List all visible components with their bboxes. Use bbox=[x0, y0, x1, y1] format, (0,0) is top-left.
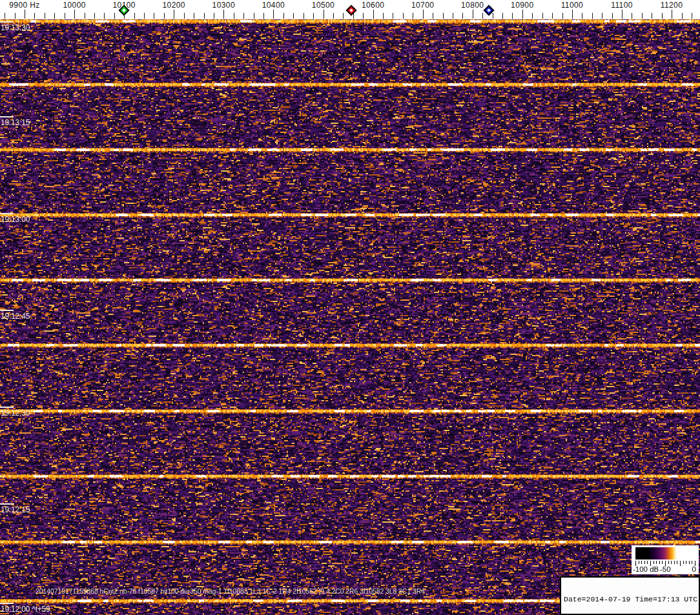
freq-minor-tick bbox=[333, 13, 334, 19]
freq-minor-tick bbox=[612, 13, 613, 19]
freq-minor-tick bbox=[243, 13, 244, 19]
db-label-min: -100 dB bbox=[633, 565, 659, 573]
freq-minor-tick bbox=[552, 13, 553, 19]
db-tick bbox=[654, 561, 654, 564]
db-tick bbox=[689, 561, 690, 564]
db-tick bbox=[668, 561, 669, 564]
frequency-ruler: 9900 Hz100001010010200103001040010500106… bbox=[0, 0, 700, 19]
freq-major-tick bbox=[473, 10, 473, 19]
freq-minor-tick bbox=[194, 13, 194, 19]
freq-minor-tick bbox=[114, 13, 115, 19]
freq-major-tick bbox=[174, 10, 174, 19]
freq-minor-tick bbox=[512, 13, 513, 19]
freq-minor-tick bbox=[482, 13, 483, 19]
freq-minor-tick bbox=[642, 13, 643, 19]
freq-label: 10300 bbox=[212, 1, 235, 10]
freq-minor-tick bbox=[682, 13, 683, 19]
freq-minor-tick bbox=[164, 13, 165, 19]
freq-label: 10700 bbox=[411, 1, 434, 10]
db-scale-labels: -100 dB -50 0 bbox=[632, 565, 699, 574]
freq-minor-tick bbox=[34, 13, 35, 19]
freq-minor-tick bbox=[542, 13, 543, 19]
freq-minor-tick bbox=[214, 13, 214, 19]
freq-minor-tick bbox=[443, 13, 444, 19]
freq-label: 10600 bbox=[362, 1, 384, 10]
freq-major-tick bbox=[622, 10, 623, 19]
freq-minor-tick bbox=[413, 13, 413, 19]
db-tick bbox=[662, 561, 663, 564]
db-tick bbox=[644, 561, 645, 564]
freq-label: 10900 bbox=[511, 1, 533, 10]
freq-minor-tick bbox=[94, 13, 95, 19]
freq-minor-tick bbox=[393, 13, 393, 19]
freq-minor-tick bbox=[453, 13, 453, 19]
freq-major-tick bbox=[572, 10, 573, 19]
freq-minor-tick bbox=[662, 13, 663, 19]
db-tick bbox=[641, 561, 642, 564]
freq-minor-tick bbox=[304, 13, 304, 19]
freq-minor-tick bbox=[154, 13, 154, 19]
db-label-mid: -50 bbox=[660, 565, 671, 573]
freq-minor-tick bbox=[493, 13, 493, 19]
freq-minor-tick bbox=[15, 13, 15, 19]
spectrogram-app-window: 9900 Hz100001010010200103001040010500106… bbox=[0, 0, 700, 615]
freq-label: 11000 bbox=[561, 1, 583, 10]
db-tick bbox=[656, 561, 657, 564]
db-tick bbox=[639, 561, 639, 564]
freq-label: 11100 bbox=[611, 1, 633, 10]
observation-info-box: Date=2014-07-19 Time=17:13 UTC Freq=143 … bbox=[560, 576, 700, 615]
waterfall-spectrogram[interactable] bbox=[0, 19, 700, 615]
db-tick bbox=[692, 561, 692, 564]
freq-major-tick bbox=[522, 10, 523, 19]
freq-minor-tick bbox=[5, 13, 5, 19]
freq-minor-tick bbox=[363, 13, 364, 19]
db-tick bbox=[674, 561, 675, 564]
db-tick bbox=[686, 561, 686, 564]
freq-minor-tick bbox=[532, 13, 533, 19]
freq-minor-tick bbox=[45, 13, 45, 19]
freq-minor-tick bbox=[283, 13, 284, 19]
db-gradient-bar bbox=[635, 547, 695, 560]
freq-minor-tick bbox=[502, 13, 503, 19]
freq-label: 10500 bbox=[312, 1, 335, 10]
freq-minor-tick bbox=[582, 13, 582, 19]
freq-minor-tick bbox=[85, 13, 85, 19]
db-color-scale: -100 dB -50 0 bbox=[632, 545, 699, 574]
freq-major-tick bbox=[324, 10, 324, 19]
freq-minor-tick bbox=[692, 13, 692, 19]
db-tick bbox=[659, 561, 660, 564]
freq-minor-tick bbox=[134, 13, 135, 19]
freq-minor-tick bbox=[462, 13, 463, 19]
freq-major-tick bbox=[223, 10, 224, 19]
freq-minor-tick bbox=[184, 13, 185, 19]
freq-minor-tick bbox=[293, 13, 294, 19]
freq-minor-tick bbox=[632, 13, 632, 19]
freq-minor-tick bbox=[403, 13, 404, 19]
freq-major-tick bbox=[373, 10, 374, 19]
freq-minor-tick bbox=[54, 13, 55, 19]
freq-label: 11200 bbox=[661, 1, 683, 10]
red-diamond-marker[interactable] bbox=[345, 5, 356, 16]
freq-major-tick bbox=[423, 10, 424, 19]
freq-minor-tick bbox=[592, 13, 593, 19]
freq-minor-tick bbox=[234, 13, 234, 19]
freq-minor-tick bbox=[65, 13, 65, 19]
db-label-max: 0 bbox=[692, 565, 696, 573]
freq-minor-tick bbox=[144, 13, 145, 19]
freq-minor-tick bbox=[343, 13, 344, 19]
freq-label: 10400 bbox=[262, 1, 285, 10]
freq-minor-tick bbox=[204, 13, 205, 19]
db-tick bbox=[683, 561, 684, 564]
freq-minor-tick bbox=[383, 13, 384, 19]
db-tick bbox=[671, 561, 672, 564]
freq-minor-tick bbox=[602, 13, 602, 19]
freq-minor-tick bbox=[254, 13, 254, 19]
freq-minor-tick bbox=[263, 13, 264, 19]
freq-minor-tick bbox=[104, 13, 105, 19]
freq-major-tick bbox=[273, 10, 274, 19]
freq-minor-tick bbox=[433, 13, 433, 19]
freq-major-tick bbox=[25, 10, 25, 19]
freq-label: 10000 bbox=[63, 1, 85, 10]
freq-label: 10200 bbox=[163, 1, 185, 10]
freq-label: 9900 Hz bbox=[9, 1, 40, 10]
